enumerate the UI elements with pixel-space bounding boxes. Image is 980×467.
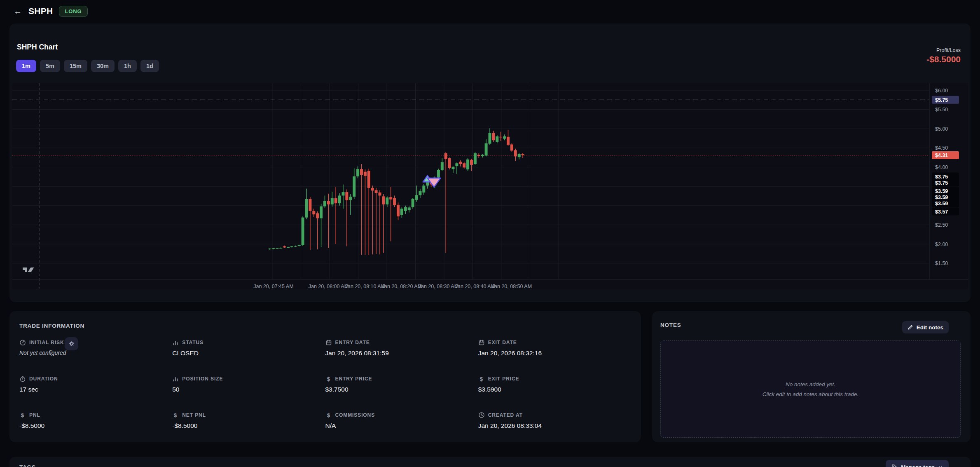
field-value-pnl: -$8.5000 (19, 422, 172, 429)
field-net-pnl: $NET PNL-$8.5000 (172, 412, 325, 429)
field-entry-date: ENTRY DATEJan 20, 2026 08:31:59 (325, 339, 478, 357)
field-value-entry-price: $3.7500 (325, 386, 478, 393)
field-position-size: POSITION SIZE50 (172, 375, 325, 393)
timeframe-1m[interactable]: 1m (16, 60, 36, 72)
field-created-at: CREATED ATJan 20, 2026 08:33:04 (478, 412, 631, 429)
notes-empty-line2: Click edit to add notes about this trade… (762, 391, 858, 397)
dollar-icon: $ (172, 412, 179, 418)
tags-card: TAGS Manage tags (9, 457, 971, 467)
position-direction-badge: LONG (59, 6, 88, 17)
notes-card: NOTES Edit notes No notes added yet. Cli… (652, 311, 971, 442)
svg-text:$5.50: $5.50 (935, 107, 948, 113)
svg-text:$: $ (327, 376, 330, 382)
tag-icon (891, 464, 898, 467)
field-value-duration: 17 sec (19, 386, 172, 393)
trade-info-grid: INITIAL RISKNot yet configuredSTATUSCLOS… (19, 339, 631, 429)
field-initial-risk: INITIAL RISKNot yet configured (19, 339, 172, 357)
svg-text:$2.50: $2.50 (935, 222, 948, 228)
field-value-position-size: 50 (172, 386, 325, 393)
trade-detail-page: ← SHPH LONG SHPH Chart 1m5m15m30m1h1d Pr… (0, 0, 980, 467)
tags-title: TAGS (19, 464, 36, 467)
field-label-entry-date: ENTRY DATE (325, 339, 478, 346)
svg-text:$3.57: $3.57 (935, 209, 948, 215)
dollar-icon: $ (478, 375, 485, 382)
manage-tags-button[interactable]: Manage tags (886, 460, 949, 467)
field-label-duration: DURATION (19, 375, 172, 382)
svg-text:Jan 20, 08:30 AM: Jan 20, 08:30 AM (419, 284, 458, 289)
svg-text:$5.75: $5.75 (935, 97, 948, 103)
field-duration: DURATION17 sec (19, 375, 172, 393)
field-value-initial-risk: Not yet configured (19, 350, 172, 356)
edit-notes-button[interactable]: Edit notes (902, 321, 949, 333)
stopwatch-icon (19, 375, 26, 382)
dollar-icon: $ (325, 412, 332, 418)
svg-text:$2.00: $2.00 (935, 242, 948, 247)
page-title: SHPH (28, 6, 53, 16)
field-label-exit-date: EXIT DATE (478, 339, 631, 346)
svg-text:$: $ (480, 376, 483, 382)
field-label-position-size: POSITION SIZE (172, 375, 325, 382)
field-entry-price: $ENTRY PRICE$3.7500 (325, 375, 478, 393)
notes-empty-line1: No notes added yet. (786, 381, 835, 387)
dollar-icon: $ (325, 375, 332, 382)
edit-notes-label: Edit notes (917, 324, 943, 331)
candlestick-chart[interactable]: $6.00$5.75$5.50$5.00$4.50$4.31$4.00$3.75… (12, 83, 968, 293)
back-button[interactable]: ← (14, 7, 24, 16)
svg-text:$1.50: $1.50 (935, 260, 948, 266)
field-value-net-pnl: -$8.5000 (172, 422, 325, 429)
bars-icon (172, 375, 179, 382)
field-label-initial-risk: INITIAL RISK (19, 339, 172, 346)
page-header: ← SHPH LONG (0, 0, 980, 22)
field-exit-date: EXIT DATEJan 20, 2026 08:32:16 (478, 339, 631, 357)
field-pnl: $PNL-$8.5000 (19, 412, 172, 429)
field-label-entry-price: $ENTRY PRICE (325, 375, 478, 382)
clock-icon (478, 412, 485, 418)
svg-text:$: $ (174, 412, 177, 418)
field-value-created-at: Jan 20, 2026 08:33:04 (478, 422, 631, 429)
svg-text:$5.00: $5.00 (935, 126, 948, 132)
field-value-commissions: N/A (325, 422, 478, 429)
svg-text:$3.59: $3.59 (935, 201, 948, 207)
svg-text:$4.00: $4.00 (935, 164, 948, 170)
profit-loss-block: Profit/Loss -$8.5000 (926, 47, 961, 64)
timeframe-15m[interactable]: 15m (64, 60, 87, 72)
field-label-net-pnl: $NET PNL (172, 412, 325, 418)
timeframe-selector: 1m5m15m30m1h1d (16, 60, 159, 72)
svg-text:$3.75: $3.75 (935, 180, 948, 186)
trade-information-card: TRADE INFORMATION INITIAL RISKNot yet co… (9, 311, 641, 442)
trade-information-title: TRADE INFORMATION (19, 323, 84, 329)
field-commissions: $COMMISSIONSN/A (325, 412, 478, 429)
svg-text:Jan 20, 07:45 AM: Jan 20, 07:45 AM (253, 284, 293, 289)
notes-title: NOTES (660, 322, 681, 328)
notes-empty-state: No notes added yet. Click edit to add no… (660, 340, 961, 438)
manage-tags-label: Manage tags (901, 464, 935, 467)
field-status: STATUSCLOSED (172, 339, 325, 357)
calendar-icon (478, 339, 485, 346)
field-label-pnl: $PNL (19, 412, 172, 418)
svg-text:Jan 20, 08:50 AM: Jan 20, 08:50 AM (492, 284, 532, 289)
field-value-exit-price: $3.5900 (478, 386, 631, 393)
bars-icon (172, 339, 179, 346)
gauge-icon (19, 339, 26, 346)
timeframe-5m[interactable]: 5m (40, 60, 60, 72)
pencil-icon (907, 324, 913, 330)
chart-title: SHPH Chart (17, 43, 58, 52)
svg-text:$4.31: $4.31 (935, 153, 948, 158)
svg-text:$3.75: $3.75 (935, 174, 948, 180)
svg-text:$: $ (21, 412, 24, 418)
svg-text:Jan 20, 08:00 AM: Jan 20, 08:00 AM (309, 284, 348, 289)
field-label-exit-price: $EXIT PRICE (478, 375, 631, 382)
gear-icon (68, 340, 75, 347)
profit-loss-label: Profit/Loss (926, 47, 961, 53)
chart-card: SHPH Chart 1m5m15m30m1h1d Profit/Loss -$… (9, 23, 971, 302)
timeframe-1d[interactable]: 1d (140, 60, 159, 72)
timeframe-1h[interactable]: 1h (118, 60, 137, 72)
field-value-status: CLOSED (172, 350, 325, 357)
timeframe-30m[interactable]: 30m (91, 60, 115, 72)
dollar-icon: $ (19, 412, 26, 418)
chevron-down-icon (938, 465, 943, 467)
initial-risk-settings-button[interactable] (65, 337, 78, 350)
svg-text:$3.59: $3.59 (935, 195, 948, 200)
field-label-commissions: $COMMISSIONS (325, 412, 478, 418)
field-label-status: STATUS (172, 339, 325, 346)
